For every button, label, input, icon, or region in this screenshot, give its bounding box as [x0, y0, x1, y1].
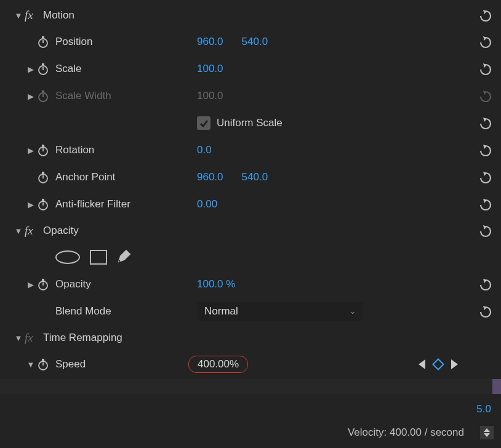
reset-button[interactable]: [476, 9, 495, 22]
position-row: Position 960.0 540.0: [0, 28, 501, 55]
opacity-row: ▶ Opacity 100.0 %: [0, 271, 501, 298]
stopwatch-icon[interactable]: [37, 144, 55, 156]
stopwatch-icon[interactable]: [37, 278, 55, 290]
lower-bound-row: -4.0: [0, 444, 501, 448]
speed-value[interactable]: 400.00%: [188, 356, 248, 373]
track-highlight: [492, 379, 501, 394]
next-keyframe-button[interactable]: [451, 359, 458, 369]
anchor-y-value[interactable]: 540.0: [242, 171, 268, 183]
chevron-down-icon: ▼: [12, 226, 25, 236]
prev-keyframe-button[interactable]: [419, 359, 425, 369]
reset-button[interactable]: [476, 116, 495, 130]
motion-label: Motion: [43, 9, 203, 22]
position-x-value[interactable]: 960.0: [197, 36, 223, 48]
reset-button[interactable]: [476, 198, 495, 211]
time-remapping-title: Time Remapping: [43, 332, 203, 344]
upper-bound-value[interactable]: 5.0: [476, 403, 491, 415]
anti-flicker-row: ▶ Anti-flicker Filter 0.00: [0, 191, 501, 218]
chevron-down-icon: ▼: [12, 334, 25, 343]
rotation-label: Rotation: [55, 144, 197, 156]
opacity-value[interactable]: 100.0 %: [197, 278, 235, 290]
fx-icon[interactable]: fx: [25, 9, 43, 22]
rectangle-mask-tool[interactable]: [90, 250, 107, 265]
position-label: Position: [55, 36, 197, 48]
position-y-value[interactable]: 540.0: [242, 36, 268, 48]
speed-track[interactable]: [0, 379, 501, 394]
anti-flicker-value[interactable]: 0.00: [197, 198, 217, 210]
scale-label: Scale: [55, 63, 197, 75]
velocity-row: Velocity: 400.00 / second: [0, 421, 501, 444]
chevron-right-icon[interactable]: ▶: [25, 146, 37, 155]
anchor-point-label: Anchor Point: [55, 171, 197, 183]
reset-button[interactable]: [476, 278, 495, 291]
stopwatch-icon[interactable]: [37, 171, 55, 183]
reset-button[interactable]: [476, 305, 495, 318]
rotation-row: ▶ Rotation 0.0: [0, 137, 501, 164]
reset-button[interactable]: [476, 143, 495, 157]
scale-width-label: Scale Width: [55, 90, 197, 102]
rotation-value[interactable]: 0.0: [197, 144, 212, 156]
pen-mask-tool[interactable]: [117, 249, 132, 266]
stopwatch-icon[interactable]: [37, 358, 55, 370]
uniform-scale-label: Uniform Scale: [217, 117, 283, 129]
ellipse-mask-tool[interactable]: [55, 250, 80, 264]
scale-value[interactable]: 100.0: [197, 63, 223, 75]
reset-button[interactable]: [476, 170, 495, 184]
scale-row: ▶ Scale 100.0: [0, 55, 501, 82]
uniform-scale-checkbox[interactable]: [197, 116, 210, 130]
stopwatch-icon[interactable]: [37, 63, 55, 75]
chevron-down-icon: ⌄: [350, 307, 356, 316]
fx-icon[interactable]: fx: [25, 224, 43, 238]
scale-width-value: 100.0: [197, 90, 223, 102]
motion-section-header[interactable]: ▼ fx Motion: [0, 2, 501, 28]
chevron-right-icon[interactable]: ▶: [25, 280, 37, 289]
anchor-x-value[interactable]: 960.0: [197, 171, 223, 183]
upper-bound-row: 5.0: [0, 398, 501, 421]
mask-tools-row: [0, 244, 501, 271]
opacity-label: Opacity: [55, 278, 197, 290]
blend-mode-dropdown[interactable]: Normal ⌄: [197, 302, 363, 321]
opacity-section-header[interactable]: ▼ fx Opacity: [0, 218, 501, 244]
anchor-point-row: Anchor Point 960.0 540.0: [0, 164, 501, 191]
chevron-right-icon[interactable]: ▶: [25, 200, 37, 209]
add-keyframe-button[interactable]: [432, 358, 444, 370]
speed-label: Speed: [55, 358, 197, 370]
chevron-right-icon[interactable]: ▶: [25, 65, 37, 74]
chevron-right-icon[interactable]: ▶: [25, 92, 37, 101]
uniform-scale-row: Uniform Scale: [0, 110, 501, 137]
velocity-label: Velocity: 400.00 / second: [348, 426, 464, 439]
speed-row: ▼ Speed 400.00%: [0, 351, 501, 378]
reset-button[interactable]: [476, 35, 495, 49]
sort-toggle-icon[interactable]: [480, 426, 494, 439]
anti-flicker-label: Anti-flicker Filter: [55, 198, 197, 210]
blend-mode-row: Blend Mode Normal ⌄: [0, 298, 501, 325]
stopwatch-icon[interactable]: [37, 36, 55, 48]
blend-mode-value: Normal: [204, 305, 238, 318]
scale-width-row: ▶ Scale Width 100.0: [0, 82, 501, 110]
chevron-down-icon[interactable]: ▼: [25, 360, 37, 369]
reset-button[interactable]: [476, 62, 495, 76]
opacity-title: Opacity: [43, 225, 203, 237]
reset-button: [476, 89, 495, 103]
chevron-down-icon: ▼: [12, 11, 25, 20]
blend-mode-label: Blend Mode: [55, 305, 197, 318]
stopwatch-icon: [37, 90, 55, 102]
reset-button[interactable]: [476, 224, 495, 238]
time-remapping-section-header[interactable]: ▼ fx Time Remapping: [0, 325, 501, 351]
fx-icon[interactable]: fx: [25, 331, 43, 345]
stopwatch-icon[interactable]: [37, 198, 55, 210]
